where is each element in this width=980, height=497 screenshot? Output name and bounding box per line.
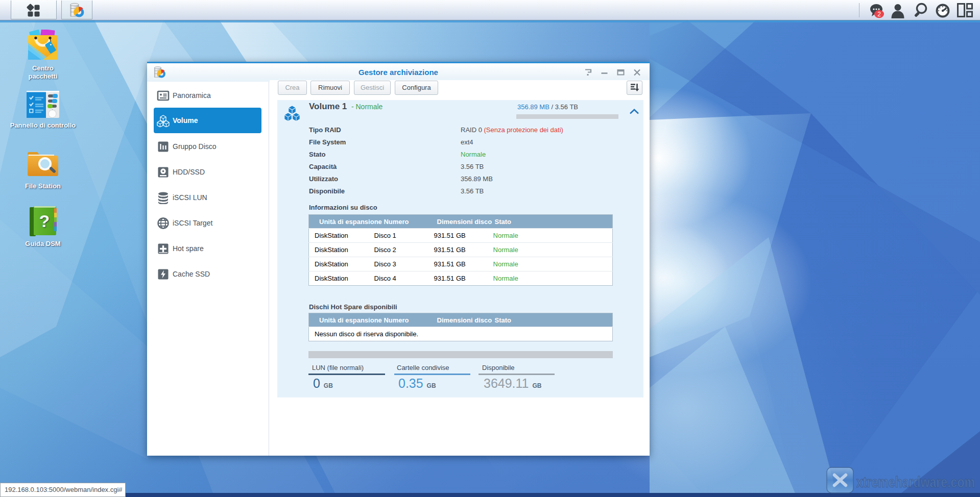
svg-text:xtremehardware.com: xtremehardware.com [856, 474, 975, 490]
svg-text:2: 2 [877, 11, 881, 18]
svg-text:?: ? [39, 211, 50, 231]
